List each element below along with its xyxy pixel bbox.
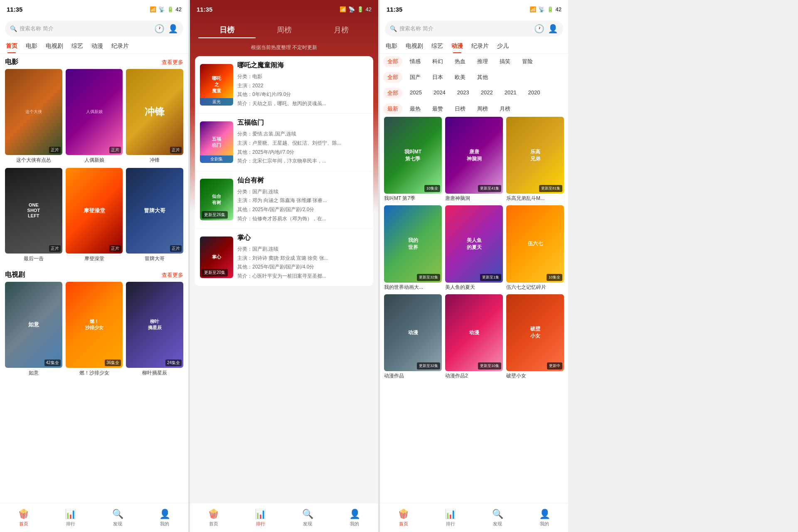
rank-nav-icon-3: 📊: [445, 509, 456, 520]
filter-comedy[interactable]: 搞笑: [495, 56, 515, 67]
movie-card-3[interactable]: 冲锋 正片 冲锋: [126, 69, 183, 164]
rank-tab-monthly[interactable]: 月榜: [313, 25, 370, 38]
filter-action[interactable]: 热血: [451, 56, 470, 67]
wifi-icon-3: 📡: [538, 6, 545, 12]
anime-card-4[interactable]: 我的世界 更新至32集 我的世界动画大...: [384, 205, 442, 291]
profile-icon-1[interactable]: 👤: [168, 24, 178, 34]
search-bar-1[interactable]: 🔍 搜索名称 简介 🕐 👤: [5, 21, 183, 37]
tv-card-1[interactable]: 如意 42集全 如意: [5, 282, 62, 377]
tab-movies-1[interactable]: 电影: [22, 39, 42, 53]
tv-section-header: 电视剧 查看更多: [0, 266, 188, 282]
filter-weekly[interactable]: 周榜: [473, 103, 492, 114]
filter-japan[interactable]: 日本: [428, 72, 447, 83]
movie-card-6[interactable]: 冒牌大哥 正片 冒牌大哥: [126, 168, 183, 263]
tab-tv-3[interactable]: 电视剧: [401, 39, 427, 53]
tab-tv-1[interactable]: 电视剧: [42, 39, 67, 53]
movie-title-5: 摩登澡堂: [66, 255, 123, 262]
bottom-nav-discover-1[interactable]: 🔍 发现: [94, 509, 141, 527]
signal-icon-3: 📶: [530, 6, 536, 12]
anime-card-8[interactable]: 动漫 更新至10集 动漫作品2: [445, 294, 503, 379]
filter-2024[interactable]: 2024: [429, 88, 450, 99]
filter-west[interactable]: 欧美: [451, 72, 470, 83]
history-icon-1[interactable]: 🕐: [154, 24, 165, 34]
me-nav-icon-3: 👤: [539, 509, 550, 520]
filter-2025[interactable]: 2025: [406, 88, 426, 99]
filter-newest[interactable]: 最新: [383, 103, 402, 114]
anime-card-7[interactable]: 动漫 更新至32集 动漫作品: [384, 294, 442, 379]
rank-desc-1: 简介：天劫之后，哪吒、敖丙的灵魂虽...: [237, 99, 368, 108]
rank-item-3[interactable]: 仙台有树 更新至26集 仙台有树 分类：国产剧,连续 主演：邓为 向涵之 陈鑫海…: [195, 171, 373, 229]
battery-icon-3: 🔋: [547, 6, 554, 12]
tab-movies-3[interactable]: 电影: [382, 39, 401, 53]
rank-tab-weekly[interactable]: 周榜: [256, 25, 313, 38]
search-bar-3[interactable]: 🔍 搜索名称 简介 🕐 👤: [385, 21, 563, 37]
tab-anime-3[interactable]: 动漫: [447, 39, 467, 53]
bottom-nav-me-2[interactable]: 👤 我的: [331, 509, 378, 527]
bottom-nav-home-2[interactable]: 🍿 首页: [190, 509, 237, 527]
signal-icon-2: 📶: [340, 6, 346, 12]
movie-card-1[interactable]: 这个大侠 正片 这个大侠有点怂: [5, 69, 62, 164]
tab-home-1[interactable]: 首页: [2, 39, 22, 53]
filter-monthly[interactable]: 月榜: [495, 103, 515, 114]
anime-card-3[interactable]: 乐高兄弟 更新至81集 乐高兄弟乱斗M...: [506, 117, 564, 202]
anime-card-2[interactable]: 唐唐神脑洞 更新至41集 唐唐神脑洞: [445, 117, 503, 202]
filter-all-1[interactable]: 全部: [383, 56, 402, 67]
tab-documentary-3[interactable]: 纪录片: [467, 39, 493, 53]
filter-2021[interactable]: 2021: [500, 88, 521, 99]
filter-adventure[interactable]: 冒险: [518, 56, 537, 67]
movie-card-2[interactable]: 人偶新娘 正片 人偶新娘: [66, 69, 123, 164]
bottom-nav-home-1[interactable]: 🍿 首页: [0, 509, 47, 527]
anime-img-7: 动漫: [384, 294, 442, 371]
filter-romance[interactable]: 情感: [406, 56, 425, 67]
rank-item-1[interactable]: 哪吒之魔童 蓝光 哪吒之魔童闹海 分类：电影 主演：2022 其他：0年/奇幻片…: [195, 56, 373, 113]
profile-icon-3[interactable]: 👤: [548, 24, 558, 34]
bottom-nav-rank-3[interactable]: 📊 排行: [427, 509, 474, 527]
wifi-icon-2: 📡: [348, 6, 355, 12]
battery-icon: 🔋: [167, 6, 174, 12]
anime-card-9[interactable]: 破壁小女 更新中 破壁小女: [506, 294, 564, 379]
bottom-nav-home-3[interactable]: 🍿 首页: [380, 509, 427, 527]
anime-card-1[interactable]: 我叫MT第七季 10集全 我叫MT 第7季: [384, 117, 442, 202]
anime-card-5[interactable]: 美人鱼的夏天 更新至1集 美人鱼的夏天: [445, 205, 503, 291]
tv-more-link[interactable]: 查看更多: [162, 271, 183, 279]
filter-other[interactable]: 其他: [473, 72, 492, 83]
anime-poster-1: 我叫MT第七季 10集全: [384, 117, 442, 194]
tab-kids-3[interactable]: 少儿: [493, 39, 513, 53]
filter-hottest[interactable]: 最热: [406, 103, 425, 114]
tab-anime-1[interactable]: 动漫: [87, 39, 107, 53]
filter-daily[interactable]: 日榜: [451, 103, 470, 114]
filter-all-3[interactable]: 全部: [383, 88, 402, 99]
rank-item-2[interactable]: 五福临门 全剧集 五福临门 分类：爱情,古装,国产,连续 主演：卢昱晓、王星越、…: [195, 113, 373, 171]
bottom-nav-rank-2[interactable]: 📊 排行: [237, 509, 284, 527]
filter-domestic[interactable]: 国产: [406, 72, 425, 83]
filter-all-2[interactable]: 全部: [383, 72, 402, 83]
filter-scifi[interactable]: 科幻: [428, 56, 447, 67]
rank-badge-1: 蓝光: [200, 98, 233, 106]
filter-2023[interactable]: 2023: [453, 88, 473, 99]
movies-more-link[interactable]: 查看更多: [162, 59, 183, 66]
bottom-nav-me-3[interactable]: 👤 我的: [521, 509, 568, 527]
movie-card-5[interactable]: 摩登澡堂 正片 摩登澡堂: [66, 168, 123, 263]
rank-title-1: 哪吒之魔童闹海: [237, 61, 368, 70]
tv-card-3[interactable]: 柳叶摘星辰 24集全 柳叶摘星辰: [126, 282, 183, 377]
bottom-nav-rank-1[interactable]: 📊 排行: [47, 509, 94, 527]
movie-card-4[interactable]: ONESHOTLEFT 正片 最后一击: [5, 168, 62, 263]
rank-update-4: 更新至20集: [202, 269, 228, 276]
rank-desc-4: 简介：心医叶平安为一桩旧案寻至圣都...: [237, 272, 368, 281]
rank-tab-daily[interactable]: 日榜: [198, 25, 256, 38]
filter-2020[interactable]: 2020: [524, 88, 544, 99]
bottom-nav-discover-2[interactable]: 🔍 发现: [284, 509, 331, 527]
tv-card-2[interactable]: 燃！沙排少女 36集全 燃！沙排少女: [66, 282, 123, 377]
rank-item-4[interactable]: 掌心 更新至20集 掌心 分类：国产剧,连续 主演：刘诗诗 窦骁 郑业成 宣璐 …: [195, 229, 373, 286]
history-icon-3[interactable]: 🕐: [534, 24, 544, 34]
bottom-nav-me-1[interactable]: 👤 我的: [141, 509, 188, 527]
filter-2022[interactable]: 2022: [477, 88, 497, 99]
tab-documentary-1[interactable]: 纪录片: [107, 39, 133, 53]
anime-card-6[interactable]: 伍六七 10集全 伍六七之记忆碎片: [506, 205, 564, 291]
tab-variety-1[interactable]: 综艺: [67, 39, 87, 53]
tab-variety-3[interactable]: 综艺: [427, 39, 447, 53]
filter-best[interactable]: 最赞: [428, 103, 447, 114]
bottom-nav-discover-3[interactable]: 🔍 发现: [474, 509, 521, 527]
anime-title-7: 动漫作品: [384, 372, 442, 379]
filter-mystery[interactable]: 推理: [473, 56, 492, 67]
